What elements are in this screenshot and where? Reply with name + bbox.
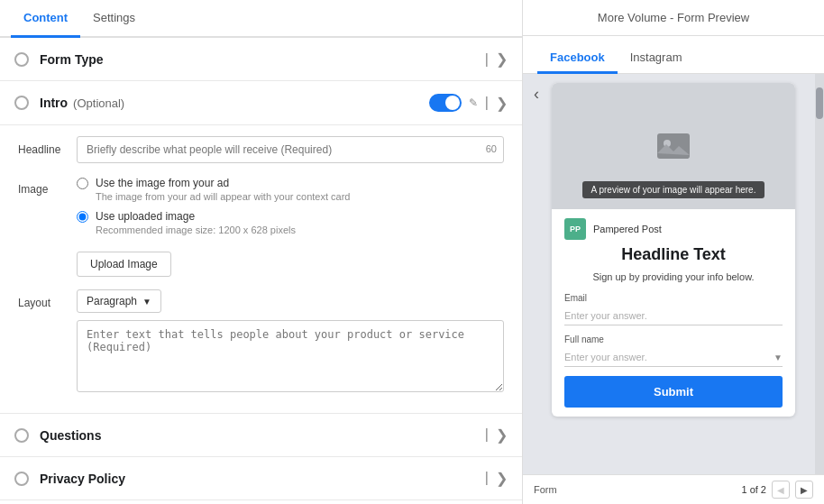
image-upload-label[interactable]: Use uploaded image (96, 210, 195, 223)
intro-radio (14, 96, 29, 110)
intro-toggle[interactable] (429, 94, 462, 112)
fullname-chevron-icon: ▼ (774, 353, 783, 362)
questions-title: Questions (40, 428, 485, 443)
submit-button[interactable]: Submit (564, 376, 783, 408)
right-panel: More Volume - Form Preview Facebook Inst… (523, 0, 824, 504)
questions-expand-icon[interactable]: ❯ (496, 426, 508, 444)
form-type-radio (14, 52, 29, 67)
footer-nav: 1 of 2 ◀ ▶ (741, 481, 813, 499)
signup-text: Sign up by providing your info below. (564, 271, 783, 282)
brand-row: PP Pampered Post (564, 218, 783, 240)
preview-card: A preview of your image will appear here… (552, 83, 795, 417)
email-field-label: Email (564, 293, 783, 303)
prev-page-button[interactable]: ◀ (772, 481, 790, 499)
headline-input-wrap: 60 (77, 136, 504, 163)
questions-collapse-icon[interactable]: | (485, 426, 489, 444)
preview-headline: Headline Text (564, 245, 783, 264)
preview-scrollbar[interactable] (815, 74, 824, 474)
image-placeholder: A preview of your image will appear here… (552, 83, 795, 209)
tabs: Content Settings (0, 0, 522, 38)
preview-header: More Volume - Form Preview (523, 0, 824, 36)
image-upload-subtext: Recommended image size: 1200 x 628 pixel… (96, 225, 296, 235)
intro-section: Intro(Optional) ✎ | ❯ Headline 60 (0, 81, 522, 414)
form-type-icons: | ❯ (485, 50, 508, 68)
intro-title: Intro(Optional) (40, 96, 429, 110)
layout-row: Layout Paragraph ▼ (18, 289, 504, 395)
email-field: Email Enter your answer. (564, 293, 783, 325)
email-placeholder: Enter your answer. (564, 310, 647, 321)
tab-content[interactable]: Content (11, 0, 80, 38)
image-option-upload: Use uploaded image Recommended image siz… (77, 209, 504, 235)
image-ad-label[interactable]: Use the image from your ad (96, 177, 229, 189)
image-preview-label: A preview of your image will appear here… (582, 181, 765, 198)
intro-expand-icon[interactable]: ❯ (496, 95, 508, 112)
image-option-ad: Use the image from your ad The image fro… (77, 176, 504, 202)
svg-rect-0 (657, 133, 690, 159)
char-count: 60 (486, 143, 497, 154)
questions-section[interactable]: Questions | ❯ (0, 414, 522, 457)
layout-content: Paragraph ▼ (77, 289, 504, 395)
preview-wrapper: ‹ A preview of your image will appear he… (523, 74, 824, 474)
image-radio-ad[interactable] (77, 178, 88, 189)
privacy-collapse-icon[interactable]: | (485, 470, 489, 487)
privacy-expand-icon[interactable]: ❯ (496, 470, 508, 487)
tab-settings[interactable]: Settings (80, 0, 148, 38)
image-label: Image (18, 176, 77, 196)
scrollbar-thumb (816, 87, 823, 119)
footer-form-label: Form (534, 484, 557, 495)
image-row: Image Use the image from your ad The ima… (18, 176, 504, 277)
privacy-section[interactable]: Privacy Policy | ❯ (0, 457, 522, 500)
brand-icon: PP (564, 218, 586, 240)
intro-edit-icon[interactable]: ✎ (469, 96, 478, 109)
preview-tab-facebook[interactable]: Facebook (537, 43, 618, 74)
card-body: PP Pampered Post Headline Text Sign up b… (552, 209, 795, 417)
email-field-input[interactable]: Enter your answer. (564, 307, 783, 325)
preview-tabs: Facebook Instagram (523, 36, 824, 74)
page-number: 1 of 2 (741, 484, 766, 495)
preview-area: ‹ A preview of your image will appear he… (523, 74, 824, 474)
layout-dropdown-label: Paragraph (87, 295, 137, 307)
intro-right-icons: ✎ | ❯ (429, 94, 508, 112)
fullname-field-input[interactable]: Enter your answer. ▼ (564, 348, 783, 367)
image-options: Use the image from your ad The image fro… (77, 176, 504, 277)
fullname-field: Full name Enter your answer. ▼ (564, 334, 783, 367)
left-panel: Content Settings Form Type | ❯ Intro(Opt… (0, 0, 523, 504)
image-ad-subtext: The image from your ad will appear with … (96, 191, 350, 202)
form-type-title: Form Type (40, 52, 485, 67)
image-icon (652, 124, 695, 168)
intro-collapse-icon[interactable]: | (485, 95, 489, 111)
intro-header[interactable]: Intro(Optional) ✎ | ❯ (0, 81, 522, 125)
scroll-area: Form Type | ❯ Intro(Optional) ✎ | ❯ (0, 38, 522, 504)
layout-dropdown[interactable]: Paragraph ▼ (77, 289, 161, 313)
questions-radio (14, 428, 29, 443)
privacy-title: Privacy Policy (40, 472, 485, 486)
headline-row: Headline 60 (18, 136, 504, 163)
preview-tab-instagram[interactable]: Instagram (618, 43, 695, 74)
brand-name: Pampered Post (593, 224, 662, 234)
form-type-expand-icon[interactable]: ❯ (496, 50, 508, 68)
back-arrow-icon[interactable]: ‹ (534, 85, 539, 104)
fullname-field-label: Full name (564, 334, 783, 344)
fullname-placeholder: Enter your answer. (564, 352, 647, 362)
questions-icons: | ❯ (485, 426, 508, 444)
layout-label: Layout (18, 289, 77, 309)
image-radio-upload[interactable] (77, 211, 88, 223)
form-type-section[interactable]: Form Type | ❯ (0, 38, 522, 81)
privacy-radio (14, 472, 29, 486)
form-type-collapse-icon[interactable]: | (485, 51, 489, 68)
headline-input[interactable] (77, 136, 504, 163)
preview-footer: Form 1 of 2 ◀ ▶ (523, 474, 824, 504)
privacy-icons: | ❯ (485, 470, 508, 487)
dropdown-arrow-icon: ▼ (142, 297, 151, 307)
next-page-button[interactable]: ▶ (795, 481, 813, 499)
upload-image-button[interactable]: Upload Image (77, 252, 171, 277)
headline-label: Headline (18, 136, 77, 156)
intro-body: Headline 60 Image Use the image from you… (0, 125, 522, 414)
layout-textarea[interactable] (77, 320, 504, 392)
